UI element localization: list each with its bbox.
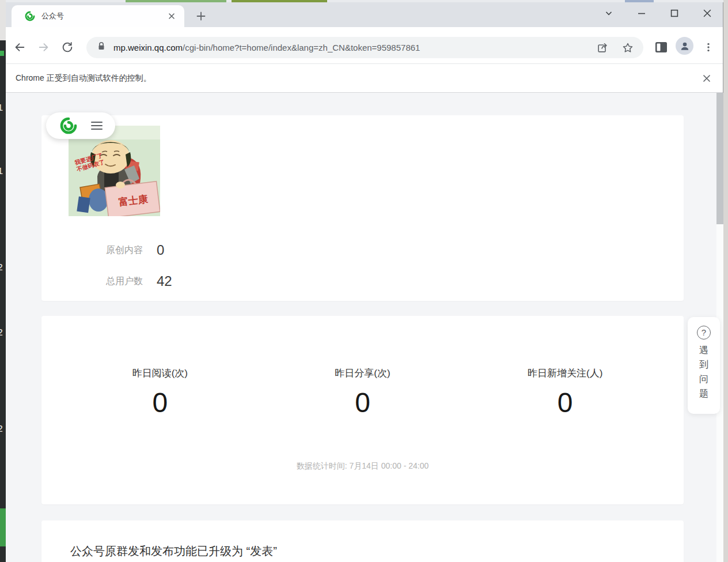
mp-weixin-home-page: 原创内容 0 总用户数 42 (6, 93, 723, 562)
tab-close-icon[interactable] (165, 9, 179, 23)
help-widget-char: 题 (688, 386, 720, 401)
question-mark-icon: ? (697, 326, 711, 340)
total-users-label: 总用户数 (106, 276, 157, 288)
new-tab-button[interactable] (193, 8, 209, 24)
tab-gongzhonghao[interactable]: 公众号 (12, 5, 184, 27)
close-window-button[interactable] (700, 6, 715, 21)
minimize-button[interactable] (634, 6, 649, 21)
editor-line-number: 1 (0, 166, 5, 177)
stat-yesterday-new-followers: 昨日新增关注(人) 0 (464, 367, 666, 417)
stat-yesterday-reads: 昨日阅读(次) 0 (59, 367, 261, 417)
address-bar[interactable]: mp.weixin.qq.com/cgi-bin/home?t=home/ind… (86, 37, 643, 58)
kebab-menu-icon[interactable] (701, 40, 716, 55)
original-content-value: 0 (157, 242, 164, 258)
infobar-close-icon[interactable] (699, 71, 714, 86)
original-content-row: 原创内容 0 (106, 242, 164, 258)
stat-label: 昨日分享(次) (261, 367, 464, 380)
background-green-block (0, 508, 6, 546)
help-widget-char: 问 (688, 372, 720, 386)
desktop-left-strip: 1 1 2 2 2 (0, 0, 6, 562)
share-icon[interactable] (595, 40, 610, 55)
forward-icon[interactable] (36, 40, 51, 55)
editor-line-number: 2 (0, 327, 5, 338)
stat-label: 昨日阅读(次) (59, 367, 261, 380)
browser-toolbar: mp.weixin.qq.com/cgi-bin/home?t=home/ind… (6, 27, 723, 64)
background-editor-strip: 1 1 2 2 2 (0, 40, 6, 562)
yesterday-stats-row: 昨日阅读(次) 0 昨日分享(次) 0 昨日新增关注(人) 0 (59, 367, 666, 417)
stat-label: 昨日新增关注(人) (464, 367, 666, 380)
editor-line-number: 2 (0, 424, 5, 435)
stat-value: 0 (59, 389, 261, 417)
stat-value: 0 (464, 389, 666, 417)
tab-strip: 公众号 (6, 2, 723, 27)
wechat-favicon-icon (24, 10, 36, 22)
maximize-button[interactable] (667, 6, 682, 21)
hamburger-menu-icon[interactable] (91, 122, 103, 132)
total-users-row: 总用户数 42 (106, 273, 172, 289)
stat-value: 0 (261, 389, 464, 417)
automation-infobar: Chrome 正受到自动测试软件的控制。 (6, 64, 723, 93)
bookmark-star-icon[interactable] (620, 40, 635, 55)
url-text[interactable]: mp.weixin.qq.com/cgi-bin/home?t=home/ind… (113, 37, 420, 58)
help-widget-char: 遇 (688, 343, 720, 357)
editor-line-number: 2 (0, 262, 5, 273)
stat-yesterday-shares: 昨日分享(次) 0 (261, 367, 464, 417)
help-feedback-widget[interactable]: ? 遇 到 问 题 (688, 317, 720, 414)
lock-icon[interactable] (96, 41, 109, 54)
profile-avatar[interactable] (676, 37, 693, 55)
account-avatar[interactable]: 富士康 我要进厂了 不做码农了 (69, 126, 160, 216)
url-domain: mp.weixin.qq.com (113, 43, 183, 52)
browser-window: 公众号 (6, 2, 723, 562)
side-panel-icon[interactable] (654, 40, 669, 55)
page-scrollbar-thumb[interactable] (716, 93, 723, 224)
wechat-logo-icon (59, 116, 78, 135)
reload-icon[interactable] (60, 40, 75, 55)
yesterday-stats-card: 昨日阅读(次) 0 昨日分享(次) 0 昨日新增关注(人) 0 数据统计时间: … (41, 316, 684, 504)
editor-line-number: 1 (0, 103, 5, 114)
total-users-value: 42 (157, 273, 172, 289)
original-content-label: 原创内容 (106, 244, 157, 257)
url-path: /cgi-bin/home?t=home/index&lang=zh_CN&to… (183, 43, 420, 52)
publish-notice-card: 公众号原群发和发布功能已升级为 “发表” (41, 520, 684, 562)
help-widget-char: 到 (688, 357, 720, 372)
tab-search-chevron-icon[interactable] (601, 6, 616, 21)
publish-notice-text: 公众号原群发和发布功能已升级为 “发表” (70, 544, 277, 559)
infobar-message: Chrome 正受到自动测试软件的控制。 (16, 64, 151, 92)
editor-green-marker (0, 51, 4, 56)
floating-extension-widget[interactable] (46, 112, 115, 139)
back-icon[interactable] (12, 40, 27, 55)
stats-time-note: 数据统计时间: 7月14日 00:00 - 24:00 (41, 461, 684, 472)
tab-title: 公众号 (41, 5, 64, 27)
